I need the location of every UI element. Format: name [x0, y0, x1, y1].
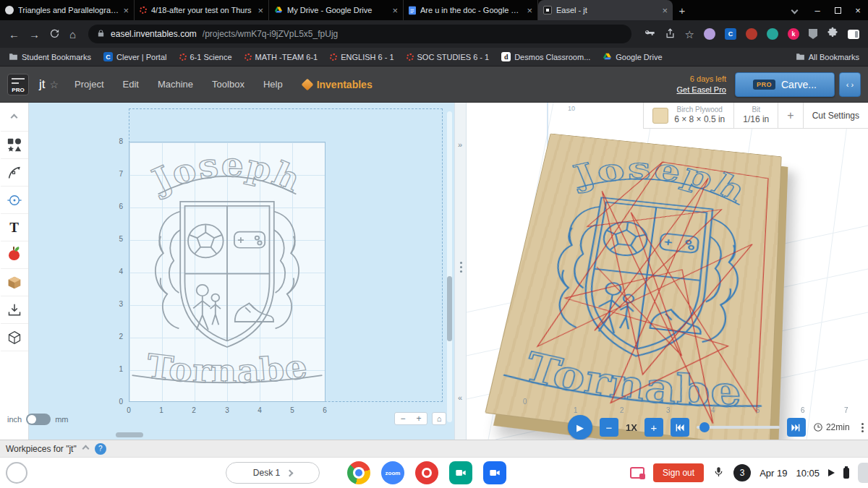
bookmark-item[interactable]: 6-1 Science [179, 53, 232, 61]
skip-to-end-button[interactable] [787, 418, 806, 437]
inventables-brand[interactable]: Inventables [303, 79, 373, 90]
import-tool-button[interactable] [1, 296, 28, 324]
kami-extension-icon[interactable]: k [788, 28, 799, 40]
bookmark-item[interactable]: Google Drive [603, 52, 662, 61]
desk-switcher[interactable]: Desk 1 [226, 462, 320, 484]
slider-knob[interactable] [699, 422, 710, 432]
shapes-tool-button[interactable] [1, 132, 28, 159]
side-panel-icon[interactable] [848, 30, 859, 39]
shield-extension-icon[interactable] [809, 29, 817, 39]
browser-tab[interactable]: My Drive - Google Drive × [269, 0, 404, 20]
sign-out-button[interactable]: Sign out [653, 463, 704, 482]
chrome-icon[interactable] [347, 461, 370, 484]
skip-to-start-button[interactable] [671, 418, 689, 437]
window-minimize-button[interactable]: – [807, 5, 827, 16]
bookmark-item[interactable]: SOC STUDIES 6 - 1 [407, 53, 490, 61]
extension-icon[interactable] [767, 28, 778, 40]
workpieces-collapse-icon[interactable] [82, 445, 89, 453]
zoom-home-button[interactable]: ⌂ [432, 412, 446, 425]
bookmark-star-icon[interactable]: ☆ [685, 29, 694, 40]
tab-close-icon[interactable]: × [662, 6, 668, 15]
launcher-button[interactable] [6, 462, 27, 484]
tab-search-chevron-icon[interactable] [791, 7, 799, 14]
extension-icon[interactable] [704, 28, 715, 40]
menu-project[interactable]: Project [75, 79, 103, 90]
easel-logo[interactable]: PRO [7, 74, 29, 95]
menu-edit[interactable]: Edit [123, 79, 139, 90]
get-easel-pro-link[interactable]: Get Easel Pro [677, 85, 726, 95]
browser-tab[interactable]: Are u in the doc - Google Doc × [404, 0, 538, 20]
workpiece-sheet[interactable] [129, 142, 326, 402]
shelf-date[interactable]: Apr 19 [760, 468, 787, 479]
zoom-in-button[interactable]: + [416, 414, 421, 424]
cut-settings-button[interactable]: Cut Settings [804, 103, 868, 128]
share-icon[interactable] [665, 28, 676, 40]
all-bookmarks-button[interactable]: All Bookmarks [796, 53, 859, 61]
menu-machine[interactable]: Machine [158, 79, 193, 90]
project-title[interactable]: jt [39, 77, 46, 92]
node-edit-tool-button[interactable] [1, 187, 28, 214]
home-button[interactable]: ⌂ [69, 29, 76, 40]
divider-handle-icon[interactable] [460, 266, 462, 268]
text-tool-button[interactable]: T [1, 214, 28, 241]
bookmark-item[interactable]: Student Bookmarks [9, 53, 91, 61]
tab-close-icon[interactable]: × [123, 6, 129, 15]
menu-help[interactable]: Help [263, 79, 283, 90]
clever-extension-icon[interactable]: C [725, 28, 736, 40]
tab-close-icon[interactable]: × [392, 6, 398, 15]
machine-code-button[interactable]: ‹ › [839, 72, 861, 97]
units-switch[interactable] [26, 414, 51, 425]
password-key-icon[interactable] [644, 27, 655, 40]
tab-close-icon[interactable]: × [527, 6, 532, 15]
browser-tab-active[interactable]: Easel - jt × [538, 0, 673, 20]
forward-button[interactable]: → [29, 29, 40, 40]
menu-toolbox[interactable]: Toolbox [212, 79, 244, 90]
palette-collapse-button[interactable] [1, 104, 28, 132]
zoom-out-button[interactable]: − [400, 414, 405, 424]
browser-tab[interactable]: 4/18-after your test on Thurs × [135, 0, 269, 20]
notification-icon[interactable] [630, 467, 644, 479]
window-close-button[interactable]: × [848, 5, 868, 16]
new-tab-button[interactable]: + [673, 4, 692, 17]
microphone-icon[interactable] [712, 466, 725, 481]
bookmark-item[interactable]: ENGLISH 6 - 1 [330, 53, 393, 61]
material-tool-button[interactable] [1, 269, 28, 296]
browser-tab[interactable]: Triangles and Parallelograms × [0, 0, 135, 20]
speed-down-button[interactable]: − [600, 418, 618, 437]
help-button[interactable]: ? [95, 443, 106, 455]
expand-panel-button[interactable]: » [458, 140, 462, 149]
bookmark-item[interactable]: d Desmos Classroom... [501, 52, 590, 61]
address-bar[interactable]: easel.inventables.com/projects/wmK7q-i9j… [88, 25, 631, 43]
shelf-time[interactable]: 10:05 [796, 468, 820, 479]
material-cell[interactable]: Birch Plywood 6 × 8 × 0.5 in [644, 103, 734, 128]
collapse-panel-button[interactable]: « [458, 393, 462, 402]
carve-button[interactable]: PRO Carve... [735, 72, 835, 97]
add-bit-button[interactable]: + [778, 103, 803, 128]
meet-app-icon[interactable] [449, 461, 472, 484]
crest-design[interactable] [129, 142, 325, 401]
horizontal-scrollbar-thumb[interactable] [116, 432, 143, 437]
back-button[interactable]: ← [9, 29, 20, 40]
zoom-app-icon[interactable]: zoom [381, 461, 404, 484]
bit-cell[interactable]: Bit 1/16 in [734, 103, 778, 128]
design-canvas[interactable]: 8 7 6 5 4 3 2 1 0 0 1 2 3 4 5 6 − + ⌂ [29, 103, 454, 440]
favorite-star-icon[interactable]: ☆ [50, 79, 59, 90]
extension-icon[interactable] [746, 28, 757, 40]
bookmark-item[interactable]: C Clever | Portal [103, 52, 167, 61]
vertical-scrollbar-track[interactable] [447, 111, 452, 422]
tab-close-icon[interactable]: × [258, 6, 263, 15]
3d-tool-button[interactable] [1, 324, 28, 351]
screencast-app-icon[interactable] [483, 461, 506, 484]
record-app-icon[interactable] [415, 461, 438, 484]
speed-up-button[interactable]: + [644, 418, 663, 437]
more-options-icon[interactable] [861, 427, 864, 429]
bookmark-item[interactable]: MATH -TEAM 6-1 [244, 53, 318, 61]
play-button[interactable]: ▶ [568, 415, 592, 440]
apps-tool-button[interactable] [1, 241, 28, 269]
reload-button[interactable] [49, 28, 60, 40]
desk-chevron-icon[interactable] [286, 469, 294, 476]
vertical-scrollbar-thumb[interactable] [447, 276, 452, 341]
virtual-keyboard-button[interactable] [858, 463, 868, 483]
simulation-slider[interactable] [697, 426, 780, 429]
extensions-puzzle-icon[interactable] [827, 27, 838, 41]
